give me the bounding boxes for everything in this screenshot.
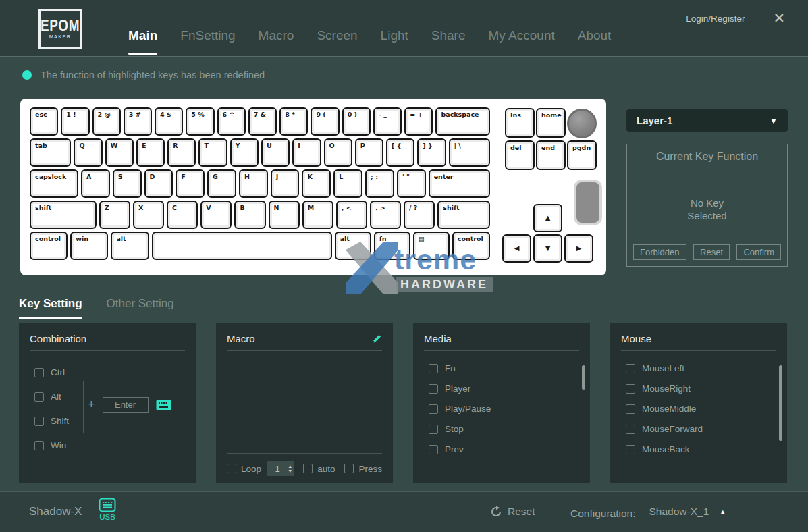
checkbox[interactable] [34,417,44,426]
key-fn[interactable]: fn [374,232,410,260]
key-4[interactable]: 4 $ [155,107,183,136]
key-b[interactable]: B [234,201,265,229]
key-d[interactable]: D [144,169,173,198]
key-i[interactable]: I [292,138,321,167]
key-v[interactable]: V [200,201,232,229]
key-2[interactable]: 2 @ [92,107,121,136]
stepper-down-icon[interactable]: ▼ [288,469,292,473]
mouse-option-mouseleft[interactable]: MouseLeft [626,363,787,373]
key-u[interactable]: U [261,138,290,167]
checkbox[interactable] [429,425,438,434]
key-control[interactable]: control [452,232,490,260]
key-h[interactable]: H [239,169,268,198]
key-key[interactable]: ' " [397,169,426,198]
key-l[interactable]: L [333,169,362,198]
nav-item-screen[interactable]: Screen [305,15,369,57]
mouse-option-mouseforward[interactable]: MouseForward [626,424,787,434]
edit-pencil-icon[interactable] [371,334,382,344]
key-end[interactable]: end [536,140,566,170]
key-5[interactable]: 5 % [186,107,214,136]
key-c[interactable]: C [167,201,198,229]
nav-item-fnsetting[interactable]: FnSetting [169,15,246,57]
key-s[interactable]: S [113,169,142,198]
nav-item-share[interactable]: Share [420,15,477,57]
loop-checkbox[interactable] [227,464,236,473]
media-option-fn[interactable]: Fn [429,363,590,373]
key-shift[interactable]: shift [437,201,490,229]
mouse-scrollbar[interactable] [779,365,782,441]
key-arrow-left[interactable]: ◀ [502,234,531,263]
key-alt[interactable]: alt [335,232,371,260]
nav-item-macro[interactable]: Macro [247,15,306,57]
key-home[interactable]: home [536,108,566,138]
key-win[interactable]: win [70,232,108,260]
media-option-stop[interactable]: Stop [429,424,590,434]
key-e[interactable]: E [136,138,165,167]
key-t[interactable]: T [198,138,227,167]
checkbox[interactable] [626,445,635,454]
key-space[interactable] [152,232,332,260]
combination-option-win[interactable]: Win [34,440,196,450]
combination-key-input[interactable]: Enter [103,397,149,413]
key-arrow-up[interactable]: ▲ [533,204,562,232]
mouse-option-mousemiddle[interactable]: MouseMiddle [626,404,787,414]
key-menu[interactable]: ▤ [413,232,450,260]
key-key[interactable]: - _ [373,107,402,136]
key-j[interactable]: J [271,169,300,198]
key-arrow-down[interactable]: ▼ [533,234,562,263]
key-x[interactable]: X [133,201,164,229]
forbidden-button[interactable]: Forbidden [633,244,686,260]
key-f[interactable]: F [176,169,205,198]
key-alt[interactable]: alt [111,232,149,260]
tab-key-setting[interactable]: Key Setting [19,297,82,319]
key-esc[interactable]: esc [30,107,58,136]
keyboard-icon[interactable] [156,399,171,411]
checkbox[interactable] [34,441,44,450]
auto-checkbox[interactable] [303,464,313,473]
key-key[interactable]: | \ [449,138,490,167]
key-key[interactable]: = + [404,107,433,136]
key-del[interactable]: del [505,140,535,170]
key-capslock[interactable]: capslock [30,169,78,198]
key-1[interactable]: 1 ! [61,107,89,136]
key-ins[interactable]: Ins [505,108,535,138]
key-z[interactable]: Z [99,201,130,229]
media-scrollbar[interactable] [582,365,585,390]
key-0[interactable]: 0 ) [342,107,371,136]
key-y[interactable]: Y [230,138,259,167]
key-key[interactable]: . > [370,201,401,229]
close-icon[interactable]: ✕ [773,11,785,25]
highlighted-key[interactable] [576,182,599,223]
checkbox[interactable] [429,445,438,454]
key-6[interactable]: 6 ^ [217,107,246,136]
nav-item-light[interactable]: Light [369,15,420,57]
key-q[interactable]: Q [74,138,102,167]
key-backspace[interactable]: backspace [435,107,490,136]
key-pgdn[interactable]: pgdn [567,140,597,170]
tab-other-setting[interactable]: Other Setting [107,297,174,319]
stepper-up-icon[interactable]: ▲ [288,464,292,469]
checkbox[interactable] [429,364,438,373]
combination-option-ctrl[interactable]: Ctrl [34,367,196,377]
mouse-option-mouseright[interactable]: MouseRight [626,383,787,394]
confirm-button[interactable]: Confirm [736,244,781,260]
key-g[interactable]: G [207,169,236,198]
login-register-link[interactable]: Login/Register [686,14,745,24]
key-tab[interactable]: tab [30,138,71,167]
checkbox[interactable] [626,425,635,434]
reset-button[interactable]: Reset [693,244,730,260]
checkbox[interactable] [626,404,635,414]
usb-device-indicator[interactable]: USB [99,498,116,521]
checkbox[interactable] [429,384,438,394]
combination-option-shift[interactable]: Shift [34,416,196,426]
key-key[interactable]: ] } [417,138,446,167]
key-key[interactable]: / ? [404,201,435,229]
loop-count-stepper[interactable]: 1 ▲ ▼ [267,461,294,476]
key-p[interactable]: P [355,138,383,167]
key-key[interactable]: [ { [386,138,414,167]
key-w[interactable]: W [105,138,134,167]
key-8[interactable]: 8 * [279,107,308,136]
key-arrow-right[interactable]: ▶ [564,234,593,263]
configuration-dropdown[interactable]: Shadow-X_1 ▲ [637,506,732,521]
nav-item-main[interactable]: Main [117,15,169,57]
